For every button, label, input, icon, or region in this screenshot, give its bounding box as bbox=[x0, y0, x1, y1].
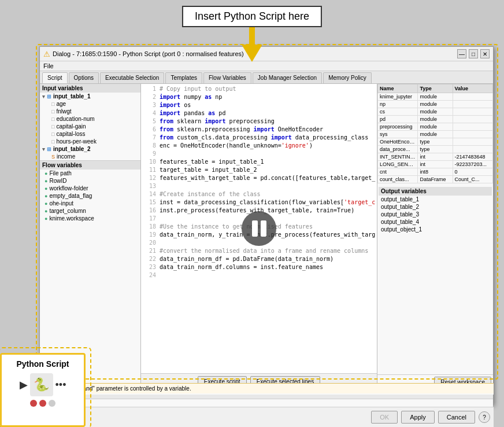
status-warning-bar: "Python3Command" parameter is controlled… bbox=[39, 383, 494, 393]
code-line-7: 7from custom_cls.data_processing import … bbox=[142, 134, 376, 142]
flow-empty-data-flag[interactable]: ● empty_data_flag bbox=[40, 192, 140, 200]
table-row: csmodule bbox=[378, 108, 493, 116]
table-row: INT_SENTINELint-2147483648 bbox=[378, 153, 493, 161]
code-line-4: 4import pandas as pd bbox=[142, 109, 376, 117]
insert-label: Insert Python Script here bbox=[182, 6, 322, 27]
output-table-1: output_table_1 bbox=[379, 196, 492, 203]
code-editor[interactable]: 1# Copy input to output 2import numpy as… bbox=[141, 84, 377, 373]
flow-rowid[interactable]: ● RowID bbox=[40, 177, 140, 185]
node-icon-area: ▶ 🐍 ••• bbox=[20, 373, 66, 396]
code-line-3: 3import os bbox=[142, 101, 376, 109]
dot-3 bbox=[49, 400, 55, 407]
input-vars-title: Input variables bbox=[40, 84, 140, 93]
menu-bar: File bbox=[40, 61, 493, 71]
table-row: data_proce...type bbox=[378, 146, 493, 153]
node-title: Python Script bbox=[16, 359, 69, 369]
code-line-22: 22data_train_norm_df = pd.DataFrame(data… bbox=[142, 255, 376, 263]
editor-panel: 1# Copy input to output 2import numpy as… bbox=[141, 84, 377, 389]
code-line-6: 6from sklearn.preprocessing import OneHo… bbox=[142, 126, 376, 134]
dialog-footer: OK Apply Cancel ? bbox=[39, 407, 494, 427]
dialog-window: ⚠ Dialog - 7:1685:0:1590 - Python Script… bbox=[39, 46, 494, 405]
num-icon: □ bbox=[51, 124, 54, 130]
code-line-8: 8enc = OneHotEncoder(handle_unknown='ign… bbox=[142, 142, 376, 150]
input-vars-section: Input variables ▾ ⊞ input_table_1 □ age … bbox=[40, 84, 140, 161]
cancel-button[interactable]: Cancel bbox=[438, 411, 475, 424]
table-row: count_clas...DataFrameCount_C... bbox=[378, 176, 493, 183]
arrow-shaft bbox=[249, 27, 255, 45]
flow-icon: ● bbox=[45, 216, 47, 222]
tab-executable-selection[interactable]: Executable Selection bbox=[100, 72, 164, 83]
tab-memory-policy[interactable]: Memory Policy bbox=[323, 72, 372, 83]
tab-templates[interactable]: Templates bbox=[165, 72, 202, 83]
tree-hours-per-week[interactable]: □ hours-per-week bbox=[40, 138, 140, 145]
tree-fnlwgt[interactable]: □ fnlwgt bbox=[40, 108, 140, 115]
input-table-1-item[interactable]: ▾ ⊞ input_table_1 bbox=[40, 93, 140, 100]
apply-button[interactable]: Apply bbox=[401, 411, 435, 424]
play-icon: ▶ bbox=[20, 378, 28, 391]
num-icon: □ bbox=[51, 139, 54, 145]
minimize-button[interactable]: — bbox=[457, 49, 466, 58]
left-panel: Input variables ▾ ⊞ input_table_1 □ age … bbox=[40, 84, 141, 389]
menu-file[interactable]: File bbox=[43, 62, 54, 69]
code-line-10: 10features_table = input_table_1 bbox=[142, 158, 376, 166]
dot-2 bbox=[39, 400, 46, 407]
flow-icon: ● bbox=[45, 193, 47, 199]
flow-target-column[interactable]: ● target_column bbox=[40, 207, 140, 215]
input-table-2-item[interactable]: ▾ ⊞ input_table_2 bbox=[40, 145, 140, 153]
output-object-1: output_object_1 bbox=[379, 226, 492, 233]
node-dots bbox=[30, 400, 55, 407]
table-row: knime_jupytermodule bbox=[378, 93, 493, 101]
code-line-9: 9 bbox=[142, 150, 376, 158]
flow-icon: ● bbox=[45, 171, 47, 176]
tab-bar: Script Options Executable Selection Temp… bbox=[40, 71, 493, 84]
flow-filepath[interactable]: ● File path bbox=[40, 170, 140, 177]
flow-vars-label: Flow variables bbox=[42, 162, 82, 168]
tab-script[interactable]: Script bbox=[42, 72, 68, 83]
arrow-down bbox=[242, 45, 262, 62]
col-type: Type bbox=[418, 84, 453, 93]
help-button[interactable]: ? bbox=[479, 411, 490, 423]
tree-income[interactable]: S income bbox=[40, 153, 140, 160]
expand-icon-1: ▾ bbox=[42, 94, 45, 100]
code-line-21: 21#convert the normalised data into a fr… bbox=[142, 247, 376, 255]
flow-workflow-folder[interactable]: ● workflow-folder bbox=[40, 185, 140, 192]
code-line-13: 13 bbox=[142, 182, 376, 190]
tab-flow-variables[interactable]: Flow Variables bbox=[203, 72, 251, 83]
close-button[interactable]: ✕ bbox=[480, 49, 490, 58]
output-vars: Output variables output_table_1 output_t… bbox=[377, 186, 493, 234]
ok-button[interactable]: OK bbox=[371, 411, 398, 424]
table-row: preprocessingmodule bbox=[378, 123, 493, 131]
str-icon: S bbox=[51, 154, 55, 160]
table-row: sysmodule bbox=[378, 131, 493, 138]
pause-overlay bbox=[242, 211, 276, 246]
num-icon: □ bbox=[51, 116, 54, 122]
code-line-1: 1# Copy input to output bbox=[142, 85, 376, 93]
code-line-15: 15inst = data_processing_classification(… bbox=[142, 198, 376, 207]
output-table-2: output_table_2 bbox=[379, 203, 492, 211]
code-line-2: 2import numpy as np bbox=[142, 93, 376, 101]
maximize-button[interactable]: □ bbox=[469, 49, 478, 58]
flow-knime-workspace[interactable]: ● knime.workspace bbox=[40, 215, 140, 222]
expand-icon-2: ▾ bbox=[42, 146, 45, 152]
table-row: cntint80 bbox=[378, 168, 493, 176]
flow-ohe-input[interactable]: ● ohe-input bbox=[40, 200, 140, 207]
output-table-3: output_table_3 bbox=[379, 211, 492, 218]
dots-icon: ••• bbox=[55, 379, 66, 391]
tree-age[interactable]: □ age bbox=[40, 100, 140, 108]
num-icon: □ bbox=[51, 101, 54, 107]
code-line-11: 11target_table = input_table_2 bbox=[142, 166, 376, 174]
input-table-1-label: input_table_1 bbox=[53, 93, 90, 100]
code-line-14: 14#Create instance of the class bbox=[142, 190, 376, 198]
tree-education-num[interactable]: □ education-num bbox=[40, 115, 140, 123]
output-table-4: output_table_4 bbox=[379, 218, 492, 226]
num-icon: □ bbox=[51, 131, 54, 137]
input-table-2-label: input_table_2 bbox=[53, 146, 90, 152]
tree-capital-gain[interactable]: □ capital-gain bbox=[40, 123, 140, 130]
col-name: Name bbox=[378, 84, 418, 93]
table-icon-1: ⊞ bbox=[47, 94, 51, 100]
tree-capital-loss[interactable]: □ capital-loss bbox=[40, 130, 140, 138]
tab-options[interactable]: Options bbox=[69, 72, 99, 83]
python-icon: 🐍 bbox=[30, 373, 53, 396]
tab-job-manager[interactable]: Job Manager Selection bbox=[253, 72, 322, 83]
input-vars-label: Input variables bbox=[42, 85, 83, 91]
